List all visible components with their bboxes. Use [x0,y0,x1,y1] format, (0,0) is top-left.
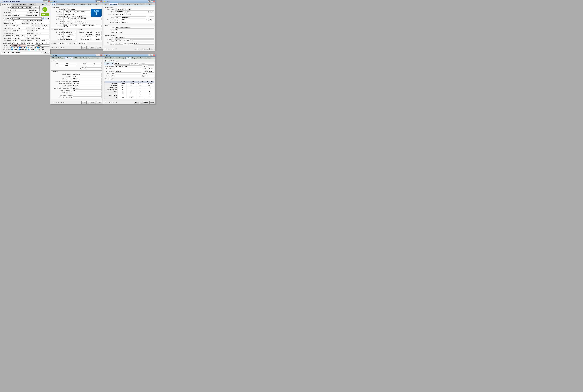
cpuz3-tab-spd[interactable]: SPD [73,57,78,59]
cpuz1-minimize-btn[interactable]: ─ [96,0,98,2]
cpuz4-slot-select[interactable]: Slot #2 [104,62,114,65]
cpuz2-tab-cpu[interactable]: CPU [103,3,109,5]
gpuz-name-value: NVIDIA GeForce GTX 1060 6GB [11,6,32,8]
cpuz3-tab-graphics[interactable]: Graphics [78,57,86,59]
cpuz4-close-btn[interactable]: ✕ [153,54,155,56]
cpuz1-close-btn[interactable]: ✕ [100,0,102,2]
physx-checkbox[interactable] [28,49,29,50]
cpuz3-tab-about[interactable]: About [93,57,99,59]
cuda-checkbox[interactable] [19,47,20,48]
gpuz-tab-validation[interactable]: Validation [27,3,36,6]
cpuz4-tab-memory[interactable]: Memory [118,57,125,59]
cpuz2-title-bar[interactable]: ⚡ CPU-Z ─ □ ✕ [103,0,155,3]
raytracing-checkbox[interactable] [18,49,20,50]
cpuz2-tab-bench[interactable]: Bench [139,3,145,5]
cpuz4-timings-group: Timings Table JEDEC #4 JEDEC #5 JEDEC #6… [104,79,155,99]
cpuz1-tab-mainboard[interactable]: Mainboard [56,3,65,5]
cpuz1-body: Processor Name Intel Core i7 4820K Code … [50,6,103,46]
cpuz4-title-bar[interactable]: ⚡ CPU-Z ─ □ ✕ [103,54,155,56]
camera-icon[interactable]: 📷 [42,4,44,5]
cpuz3-close-btn[interactable]: ✕ [100,54,102,56]
cpuz3-trdram-row: Total CAS# (tRDRAM) [52,94,101,96]
cpuz3-close-btn[interactable]: Close [97,101,102,104]
cpuz3-idle-value [73,92,101,94]
cpuz4-tab-bench[interactable]: Bench [139,57,145,59]
cpuz4-tab-graphics[interactable]: Graphics [131,57,139,59]
cpuz4-tab-cpu[interactable]: CPU [103,57,109,59]
cpuz4-tab-about[interactable]: About [145,57,151,59]
gpuz-maximize-btn[interactable]: □ [45,0,47,2]
gpuz-title: TechPowerUp GPU-Z 2.50.0 [3,1,43,2]
gpuz-title-bar[interactable]: 🔲 TechPowerUp GPU-Z 2.50.0 ─ □ ✕ [0,0,50,3]
cpuz4-minimize-btn[interactable]: ─ [148,54,150,56]
cpuz1-maximize-btn[interactable]: □ [98,0,100,2]
menu-icon[interactable]: ☰ [48,4,49,5]
cpuz2-validate-btn[interactable]: Validate [142,48,149,50]
cpuz2-close-btn[interactable]: Close [149,48,155,50]
cpuz1-close-btn[interactable]: Close [97,46,102,49]
cpuz2-tools-btn[interactable]: Tools [134,48,139,50]
cpuz3-tab-mainboard[interactable]: Mainboard [56,57,65,59]
uefi-checkbox[interactable] [45,18,46,19]
cpuz1-tools-dropdown[interactable]: ▼ [87,46,89,49]
cpuz3-validate-btn[interactable]: Validate [90,101,96,104]
cpuz2-minimize-btn[interactable]: ─ [148,0,150,2]
cpuz4-validate-btn[interactable]: Validate [142,101,149,104]
cpuz1-tab-cpu[interactable]: CPU [51,3,56,5]
cpuz3-tab-cpu[interactable]: CPU [51,57,56,59]
cpuz4-maximize-btn[interactable]: □ [151,54,153,56]
cpuz2-close-btn[interactable]: ✕ [153,0,155,2]
cpuz4-tab-mainboard[interactable]: Mainboard [109,57,118,59]
cpuz4-serial-row: Serial Number Registered [104,75,154,77]
opencl-checkbox[interactable] [11,47,13,48]
cpuz1-tab-graphics[interactable]: Graphics [78,3,86,5]
gpuz-minimize-btn[interactable]: ─ [43,0,45,2]
cpuz2-maximize-btn[interactable]: □ [151,0,153,2]
cpuz3-icon: ⚡ [51,54,53,56]
cpuz4-close-btn[interactable]: Close [149,101,155,104]
cpuz1-title-bar[interactable]: ⚡ CPU-Z ─ □ ✕ [50,0,103,3]
gpuz-gpu-select[interactable]: NVIDIA GeForce GTX 1060 6GB [1,52,43,54]
cpuz3-title-bar[interactable]: ⚡ CPU-Z ─ □ ✕ [50,54,103,56]
gpuz-close-btn[interactable]: ✕ [48,0,50,2]
cpuz3-dramfreq-value: 800.4 MHz [73,73,101,75]
cpuz3-tab-memory[interactable]: Memory [65,57,73,59]
cpuz3-maximize-btn[interactable]: □ [98,54,100,56]
cpuz2-tab-spd[interactable]: SPD [126,3,131,5]
cpuz3-tools-dropdown[interactable]: ▼ [87,101,89,104]
cpuz1-tab-spd[interactable]: SPD [73,3,78,5]
svg-text:NVIDIA: NVIDIA [43,9,46,10]
info-icon[interactable]: ℹ [49,22,49,24]
directcompute-checkbox[interactable] [26,47,27,48]
vulkan-checkbox[interactable] [11,49,13,50]
cpuz2-tab-about[interactable]: About [146,3,152,5]
gpuz-tab-sensors[interactable]: Sensors [11,3,19,6]
cpuz2-tab-memory[interactable]: Memory [118,3,126,5]
gpuz-tab-graphics-card[interactable]: Graphics Card [0,3,11,6]
directml-checkbox[interactable] [37,47,39,48]
cpuz1-tab-about[interactable]: About [93,3,99,5]
cpuz2-tools-dropdown[interactable]: ▼ [140,48,142,50]
cpuz4-tools-btn[interactable]: Tools [134,101,139,104]
cpuz1-corevolt-label: Core Voltage [70,16,79,17]
cpuz1-validate-btn[interactable]: Validate [90,46,96,49]
cpuz4-tab-spd[interactable]: SPD [125,57,131,59]
cpuz3-tools-btn[interactable]: Tools [81,101,86,104]
opengl-checkbox[interactable] [35,49,36,50]
cpuz3-minimize-btn[interactable]: ─ [96,54,98,56]
cpuz4-tools-dropdown[interactable]: ▼ [140,101,142,104]
share-icon[interactable]: 🔗 [42,17,44,20]
gpuz-lookup-btn[interactable]: Lookup [33,6,39,9]
cpuz2-tab-graphics[interactable]: Graphics [131,3,139,5]
cpuz1-selection-select[interactable]: Socket #1 [57,42,69,44]
timing-cell-jedec4: 8 [118,87,127,89]
cpuz2-tab-mainboard[interactable]: Mainboard [109,3,118,5]
cpuz1-tab-bench[interactable]: Bench [86,3,92,5]
cpuz3-tab-bench[interactable]: Bench [86,57,93,59]
cpuz1-tools-btn[interactable]: Tools [81,46,86,49]
gpuz-close-button[interactable]: Close [44,52,49,54]
cpuz1-tab-memory[interactable]: Memory [65,3,72,5]
refresh-icon[interactable]: 🔄 [45,4,47,5]
cpuz4-modulemanuf-row: Module Manuf. Week/Year 37 / 23 [104,68,154,70]
gpuz-tab-advanced[interactable]: Advanced [19,3,27,6]
